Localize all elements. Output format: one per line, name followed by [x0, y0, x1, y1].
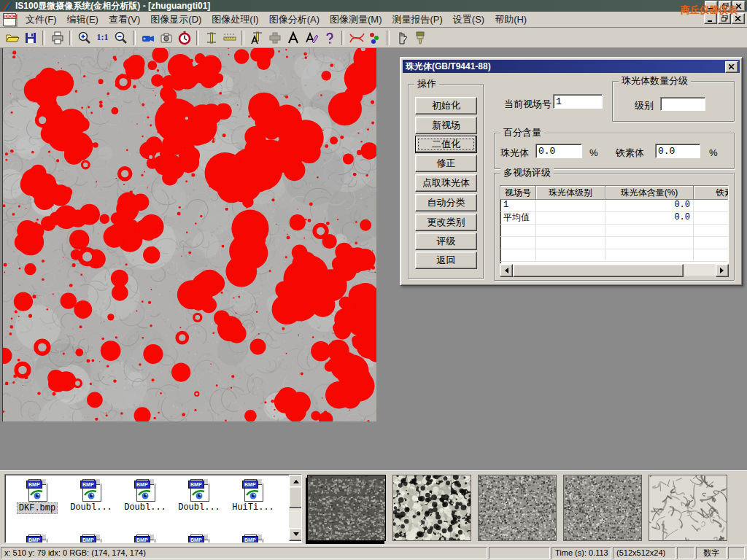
file-item[interactable]: BMP Doubl...: [65, 479, 117, 513]
table-row[interactable]: 平均值 0.0: [500, 212, 728, 225]
thumbnail-5[interactable]: [649, 475, 727, 541]
save-icon: [23, 31, 38, 45]
file-item[interactable]: BMP: [173, 534, 225, 543]
capture-button[interactable]: [157, 29, 175, 47]
multifield-group-title: 多视场评级: [500, 168, 554, 178]
file-item[interactable]: BMP DKF.bmp: [11, 479, 63, 514]
menu-settings[interactable]: 设置(S): [448, 12, 489, 28]
pearlite-percent-input[interactable]: [535, 144, 582, 158]
menu-image-analysis[interactable]: 图像分析(A): [264, 12, 325, 28]
ruler-button[interactable]: [220, 29, 239, 47]
binarize-button[interactable]: 二值化: [415, 136, 477, 153]
text-button[interactable]: [284, 29, 302, 47]
open-folder-icon: [5, 31, 20, 45]
toolbar-separator: [387, 31, 390, 45]
toolbar-separator: [341, 31, 344, 45]
auto-classify-button[interactable]: 自动分类: [415, 194, 477, 211]
document-icon[interactable]: DOC: [3, 13, 16, 26]
toolbar-separator: [241, 31, 244, 45]
dialog-titlebar[interactable]: 珠光体(GB/T9441-88): [403, 60, 740, 73]
table-horizontal-scrollbar[interactable]: [500, 264, 729, 276]
thumbnail-2[interactable]: [392, 475, 471, 541]
merge-button[interactable]: [266, 29, 284, 47]
clock-icon: [177, 31, 192, 45]
open-button[interactable]: [3, 29, 21, 47]
scroll-down-button[interactable]: [289, 528, 302, 541]
status-panel-empty: [728, 547, 745, 559]
time-status: Time (s): 0.113: [551, 547, 611, 559]
help-button[interactable]: [320, 29, 338, 47]
dialog-close-button[interactable]: [725, 61, 738, 73]
caliper-button[interactable]: [202, 29, 220, 47]
current-field-input[interactable]: [553, 94, 603, 109]
thumbnail-3[interactable]: [478, 475, 557, 541]
table-row[interactable]: 1 0.0: [500, 200, 728, 212]
scroll-left-button[interactable]: [500, 264, 513, 277]
menu-measure-report[interactable]: 测量报告(P): [387, 12, 447, 28]
toolbar: 1:1: [0, 28, 747, 48]
menu-image-display[interactable]: 图像显示(D): [145, 12, 206, 28]
text-a-icon: [286, 31, 301, 45]
pick-pearlite-button[interactable]: 点取珠光体: [415, 174, 477, 192]
file-item[interactable]: BMP: [65, 534, 117, 543]
printer-icon: [50, 31, 65, 45]
menu-file[interactable]: 文件(F): [20, 12, 62, 28]
zoom-in-button[interactable]: [75, 29, 93, 47]
preview-eye-icon: [138, 489, 152, 500]
hand-button[interactable]: [392, 29, 411, 47]
question-icon: [322, 31, 337, 45]
menu-help[interactable]: 帮助(H): [489, 12, 532, 28]
correct-button[interactable]: 修正: [415, 155, 477, 172]
print-button[interactable]: [48, 29, 66, 47]
toolbar-separator: [69, 31, 72, 45]
operations-group: 操作 初始化 新视场 二值化 修正 点取珠光体 自动分类 更改类别 评级 返回: [408, 84, 484, 279]
bmp-file-icon: BMP: [80, 479, 102, 501]
curve-button[interactable]: [347, 29, 365, 47]
annotate-button[interactable]: [302, 29, 320, 47]
file-item[interactable]: BMP HuiTi...: [227, 479, 279, 513]
preview-eye-icon: [30, 489, 44, 500]
level-input[interactable]: [660, 97, 705, 111]
menu-view[interactable]: 查看(V): [104, 12, 145, 28]
file-item[interactable]: BMP Doubl...: [173, 479, 225, 513]
preview-eye-icon: [192, 489, 206, 500]
bottom-panel: BMP DKF.bmp BMP Doubl... BMP Doubl...: [0, 470, 747, 545]
file-item[interactable]: BMP Doubl...: [119, 479, 171, 513]
scroll-right-button[interactable]: [716, 264, 729, 277]
new-field-button[interactable]: 新视场: [415, 117, 477, 134]
ferrite-percent-input[interactable]: [655, 144, 700, 158]
actual-size-button[interactable]: 1:1: [93, 29, 112, 47]
status-bar: x: 510 y: 79 idx: 0 RGB: (174, 174, 174)…: [0, 545, 747, 560]
scrollbar-thumb[interactable]: [513, 264, 684, 277]
file-name: DKF.bmp: [17, 502, 58, 514]
grading-table[interactable]: 视场号 珠光体级别 珠光体含量(%) 铁素体含量(%) 1 0.0 平均值 0.…: [500, 185, 729, 264]
file-item[interactable]: BMP: [11, 534, 63, 543]
ferrite-percent-sign: %: [709, 147, 718, 158]
table-header: 视场号 珠光体级别 珠光体含量(%) 铁素体含量(%): [500, 186, 728, 200]
micrograph-image[interactable]: [2, 48, 376, 421]
measure-text-button[interactable]: [247, 29, 266, 47]
pearlite-percent-sign: %: [589, 147, 598, 158]
return-button[interactable]: 返回: [415, 252, 477, 269]
thumbnail-1[interactable]: [307, 475, 386, 541]
video-button[interactable]: [139, 29, 157, 47]
menu-image-measure[interactable]: 图像测量(M): [325, 12, 387, 28]
thumbnail-4[interactable]: [563, 475, 642, 541]
save-button[interactable]: [21, 29, 39, 47]
grade-button[interactable]: 评级: [415, 233, 477, 250]
change-class-button[interactable]: 更改类别: [415, 214, 477, 231]
pearlite-label: 珠光体: [500, 147, 529, 160]
timer-button[interactable]: [175, 29, 193, 47]
percent-group-title: 百分含量: [500, 128, 544, 138]
file-item[interactable]: BMP: [227, 534, 279, 543]
file-item[interactable]: BMP: [119, 534, 171, 543]
scrollbar-thumb[interactable]: [289, 486, 302, 508]
file-list-scrollbar[interactable]: [289, 475, 301, 541]
brush-button[interactable]: [411, 29, 429, 47]
rgb-points-button[interactable]: [365, 29, 384, 47]
cursor-position-status: x: 510 y: 79 idx: 0 RGB: (174, 174, 174): [1, 547, 487, 559]
menu-edit[interactable]: 编辑(E): [62, 12, 104, 28]
menu-image-processing[interactable]: 图像处理(I): [206, 12, 263, 28]
zoom-out-button[interactable]: [112, 29, 130, 47]
initialize-button[interactable]: 初始化: [415, 97, 477, 114]
